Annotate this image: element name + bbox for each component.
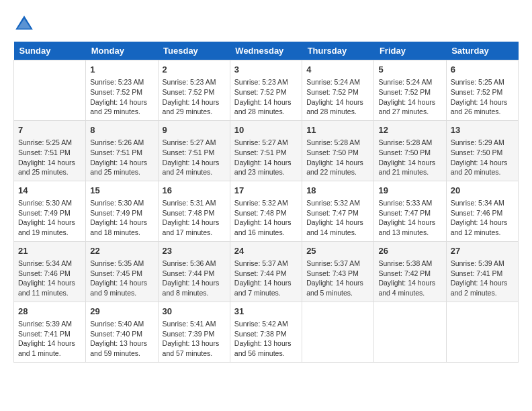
day-number: 3	[234, 64, 298, 76]
day-info: Sunrise: 5:42 AM Sunset: 7:38 PM Dayligh…	[234, 319, 298, 359]
calendar-week-row: 28Sunrise: 5:39 AM Sunset: 7:41 PM Dayli…	[14, 302, 519, 362]
calendar-cell: 2Sunrise: 5:23 AM Sunset: 7:52 PM Daylig…	[158, 60, 230, 121]
day-info: Sunrise: 5:35 AM Sunset: 7:45 PM Dayligh…	[90, 259, 153, 298]
day-number: 30	[163, 306, 226, 318]
column-header-wednesday: Wednesday	[230, 42, 302, 60]
column-header-saturday: Saturday	[446, 42, 518, 60]
day-info: Sunrise: 5:33 AM Sunset: 7:47 PM Dayligh…	[378, 198, 441, 238]
calendar-week-row: 7Sunrise: 5:25 AM Sunset: 7:51 PM Daylig…	[14, 120, 519, 181]
calendar-cell: 12Sunrise: 5:28 AM Sunset: 7:50 PM Dayli…	[374, 120, 446, 181]
day-number: 19	[378, 185, 441, 197]
calendar-cell: 18Sunrise: 5:32 AM Sunset: 7:47 PM Dayli…	[302, 181, 374, 241]
day-number: 2	[163, 64, 226, 76]
day-number: 21	[18, 245, 81, 257]
day-info: Sunrise: 5:24 AM Sunset: 7:52 PM Dayligh…	[306, 77, 369, 117]
page-header	[13, 13, 519, 35]
calendar-cell: 22Sunrise: 5:35 AM Sunset: 7:45 PM Dayli…	[86, 241, 158, 302]
day-number: 18	[306, 185, 369, 197]
calendar-cell: 8Sunrise: 5:26 AM Sunset: 7:51 PM Daylig…	[86, 120, 158, 181]
day-info: Sunrise: 5:32 AM Sunset: 7:48 PM Dayligh…	[234, 198, 298, 238]
day-number: 24	[234, 245, 298, 257]
calendar-cell: 3Sunrise: 5:23 AM Sunset: 7:52 PM Daylig…	[230, 60, 302, 121]
calendar-cell: 7Sunrise: 5:25 AM Sunset: 7:51 PM Daylig…	[14, 120, 86, 181]
calendar-cell: 11Sunrise: 5:28 AM Sunset: 7:50 PM Dayli…	[302, 120, 374, 181]
day-info: Sunrise: 5:25 AM Sunset: 7:52 PM Dayligh…	[451, 77, 514, 117]
calendar-cell	[302, 302, 374, 362]
day-info: Sunrise: 5:39 AM Sunset: 7:41 PM Dayligh…	[451, 259, 514, 298]
calendar-cell: 17Sunrise: 5:32 AM Sunset: 7:48 PM Dayli…	[230, 181, 302, 241]
calendar-cell	[374, 302, 446, 362]
day-info: Sunrise: 5:31 AM Sunset: 7:48 PM Dayligh…	[163, 198, 226, 238]
day-info: Sunrise: 5:34 AM Sunset: 7:46 PM Dayligh…	[451, 198, 514, 238]
calendar-cell: 24Sunrise: 5:37 AM Sunset: 7:44 PM Dayli…	[230, 241, 302, 302]
calendar-cell: 28Sunrise: 5:39 AM Sunset: 7:41 PM Dayli…	[14, 302, 86, 362]
calendar-cell: 4Sunrise: 5:24 AM Sunset: 7:52 PM Daylig…	[302, 60, 374, 121]
calendar-cell: 5Sunrise: 5:24 AM Sunset: 7:52 PM Daylig…	[374, 60, 446, 121]
day-number: 4	[306, 64, 369, 76]
day-info: Sunrise: 5:37 AM Sunset: 7:43 PM Dayligh…	[306, 259, 369, 298]
calendar-cell: 6Sunrise: 5:25 AM Sunset: 7:52 PM Daylig…	[446, 60, 518, 121]
calendar-cell: 30Sunrise: 5:41 AM Sunset: 7:39 PM Dayli…	[158, 302, 230, 362]
day-info: Sunrise: 5:38 AM Sunset: 7:42 PM Dayligh…	[378, 259, 441, 298]
day-number: 6	[451, 64, 514, 76]
day-number: 11	[306, 124, 369, 136]
day-number: 15	[90, 185, 153, 197]
column-header-tuesday: Tuesday	[158, 42, 230, 60]
day-number: 7	[18, 124, 81, 136]
day-info: Sunrise: 5:30 AM Sunset: 7:49 PM Dayligh…	[90, 198, 153, 238]
day-number: 1	[90, 64, 153, 76]
calendar-cell: 25Sunrise: 5:37 AM Sunset: 7:43 PM Dayli…	[302, 241, 374, 302]
calendar-cell: 16Sunrise: 5:31 AM Sunset: 7:48 PM Dayli…	[158, 181, 230, 241]
day-number: 17	[234, 185, 298, 197]
day-info: Sunrise: 5:25 AM Sunset: 7:51 PM Dayligh…	[18, 138, 81, 177]
day-number: 29	[90, 306, 153, 318]
day-info: Sunrise: 5:23 AM Sunset: 7:52 PM Dayligh…	[90, 77, 153, 117]
calendar-cell: 9Sunrise: 5:27 AM Sunset: 7:51 PM Daylig…	[158, 120, 230, 181]
calendar-cell	[14, 60, 86, 121]
day-info: Sunrise: 5:34 AM Sunset: 7:46 PM Dayligh…	[18, 259, 81, 298]
column-header-sunday: Sunday	[14, 42, 86, 60]
calendar-table: SundayMondayTuesdayWednesdayThursdayFrid…	[13, 42, 519, 363]
calendar-week-row: 1Sunrise: 5:23 AM Sunset: 7:52 PM Daylig…	[14, 60, 519, 121]
day-number: 22	[90, 245, 153, 257]
calendar-cell: 23Sunrise: 5:36 AM Sunset: 7:44 PM Dayli…	[158, 241, 230, 302]
calendar-week-row: 21Sunrise: 5:34 AM Sunset: 7:46 PM Dayli…	[14, 241, 519, 302]
day-info: Sunrise: 5:41 AM Sunset: 7:39 PM Dayligh…	[163, 319, 226, 359]
day-number: 20	[451, 185, 514, 197]
day-number: 26	[378, 245, 441, 257]
day-info: Sunrise: 5:29 AM Sunset: 7:50 PM Dayligh…	[451, 138, 514, 177]
day-number: 13	[451, 124, 514, 136]
day-number: 28	[18, 306, 81, 318]
day-info: Sunrise: 5:24 AM Sunset: 7:52 PM Dayligh…	[378, 77, 441, 117]
calendar-cell: 31Sunrise: 5:42 AM Sunset: 7:38 PM Dayli…	[230, 302, 302, 362]
day-info: Sunrise: 5:23 AM Sunset: 7:52 PM Dayligh…	[234, 77, 298, 117]
calendar-cell	[446, 302, 518, 362]
day-number: 25	[306, 245, 369, 257]
day-number: 8	[90, 124, 153, 136]
day-number: 27	[451, 245, 514, 257]
day-info: Sunrise: 5:32 AM Sunset: 7:47 PM Dayligh…	[306, 198, 369, 238]
day-number: 14	[18, 185, 81, 197]
calendar-cell: 15Sunrise: 5:30 AM Sunset: 7:49 PM Dayli…	[86, 181, 158, 241]
column-header-friday: Friday	[374, 42, 446, 60]
day-info: Sunrise: 5:36 AM Sunset: 7:44 PM Dayligh…	[163, 259, 226, 298]
calendar-week-row: 14Sunrise: 5:30 AM Sunset: 7:49 PM Dayli…	[14, 181, 519, 241]
day-number: 5	[378, 64, 441, 76]
calendar-cell: 13Sunrise: 5:29 AM Sunset: 7:50 PM Dayli…	[446, 120, 518, 181]
calendar-cell: 26Sunrise: 5:38 AM Sunset: 7:42 PM Dayli…	[374, 241, 446, 302]
day-info: Sunrise: 5:26 AM Sunset: 7:51 PM Dayligh…	[90, 138, 153, 177]
day-info: Sunrise: 5:40 AM Sunset: 7:40 PM Dayligh…	[90, 319, 153, 359]
day-info: Sunrise: 5:23 AM Sunset: 7:52 PM Dayligh…	[163, 77, 226, 117]
column-header-monday: Monday	[86, 42, 158, 60]
column-header-thursday: Thursday	[302, 42, 374, 60]
calendar-cell: 29Sunrise: 5:40 AM Sunset: 7:40 PM Dayli…	[86, 302, 158, 362]
logo-icon	[13, 13, 35, 35]
day-info: Sunrise: 5:28 AM Sunset: 7:50 PM Dayligh…	[378, 138, 441, 177]
day-number: 31	[234, 306, 298, 318]
day-number: 10	[234, 124, 298, 136]
day-info: Sunrise: 5:28 AM Sunset: 7:50 PM Dayligh…	[306, 138, 369, 177]
calendar-cell: 1Sunrise: 5:23 AM Sunset: 7:52 PM Daylig…	[86, 60, 158, 121]
day-number: 23	[163, 245, 226, 257]
calendar-header-row: SundayMondayTuesdayWednesdayThursdayFrid…	[14, 42, 519, 60]
day-info: Sunrise: 5:30 AM Sunset: 7:49 PM Dayligh…	[18, 198, 81, 238]
